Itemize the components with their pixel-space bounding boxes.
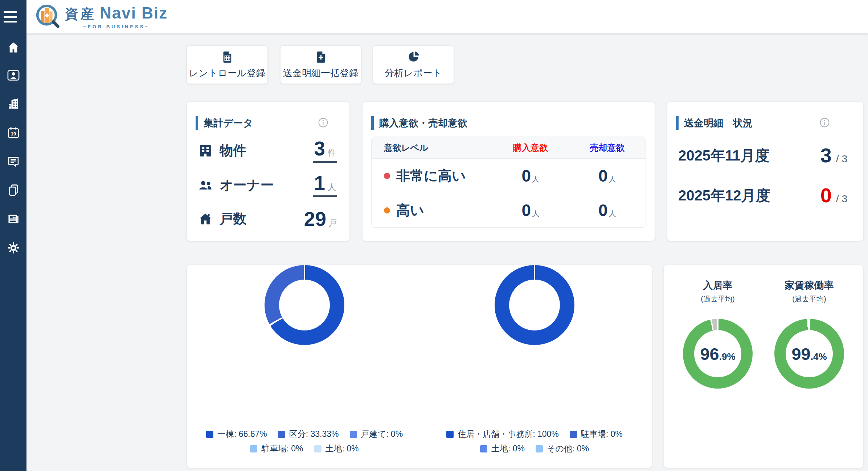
analysis-report-button[interactable]: 分析レポート: [373, 45, 454, 84]
remittance-month-label: 2025年12月度: [678, 186, 770, 206]
rent-operation-rate-gauge: 99 .4%: [774, 319, 844, 389]
home-icon: [7, 41, 20, 54]
intent-table-header: 意欲レベル 購入意欲 売却意欲: [372, 137, 646, 159]
remittance-row-december: 2025年12月度 0 / 3: [678, 179, 847, 212]
property-type-legend: 一棟: 66.67% 区分: 33.33% 戸建て: 0% 駐車場: 0% 土地…: [188, 429, 421, 454]
summary-row-properties: 物件 3 件: [198, 136, 337, 165]
legend-swatch: [278, 431, 285, 438]
legend-item: 一棟: 66.67%: [206, 429, 267, 440]
legend-label: 土地: 0%: [326, 443, 359, 454]
rent-operation-rate-value: 99 .4%: [791, 345, 827, 362]
brand-kanji: 資産: [65, 5, 96, 23]
sell-count-very-high: 0: [598, 167, 608, 184]
remittance-card-title: 送金明細 状況: [684, 117, 753, 130]
legend-swatch: [206, 431, 213, 438]
col-intent-level: 意欲レベル: [372, 142, 492, 154]
property-type-donut-chart: [265, 265, 344, 345]
summary-card-title: 集計データ: [204, 117, 253, 130]
summary-value-units-wrap: 29 戸: [304, 209, 337, 229]
sidebar-item-documents[interactable]: [7, 183, 20, 197]
summary-unit-properties: 件: [328, 147, 336, 158]
sidebar-item-properties[interactable]: [7, 97, 20, 110]
legend-label: 一棟: 66.67%: [217, 429, 267, 440]
summary-value-owners-link[interactable]: 1 人: [313, 173, 337, 197]
legend-swatch: [570, 431, 577, 438]
summary-card: 集計データ 物件 3 件 オーナー 1 人 戸数: [187, 101, 350, 241]
summary-info-icon[interactable]: [318, 117, 329, 128]
rent-roll-register-button[interactable]: レントロール登録: [187, 45, 268, 84]
type-charts-card: 物件種別 戸数種別 一棟: 66.67% 区分: 33.33% 戸建て: 0% …: [187, 265, 652, 468]
remittance-status-card: 送金明細 状況 2025年11月度 3 / 3 2025年12月度 0 / 3: [667, 101, 864, 241]
intent-card: 購入意欲・売却意欲 意欲レベル 購入意欲 売却意欲 非常に高い 0 人 0 人: [362, 101, 655, 241]
summary-unit-units: 戸: [329, 218, 337, 229]
legend-item: 戸建て: 0%: [350, 429, 403, 440]
sidebar-item-owners[interactable]: [7, 69, 20, 82]
summary-row-units: 戸数 29 戸: [198, 204, 337, 234]
remittance-total-november: / 3: [836, 153, 847, 165]
summary-label-units: 戸数: [220, 210, 246, 228]
summary-card-header: 集計データ: [196, 116, 253, 130]
remittance-info-icon[interactable]: [819, 117, 830, 128]
occupancy-rate-title: 入居率: [674, 279, 762, 292]
remittance-total-december: / 3: [836, 193, 847, 205]
rent-operation-rate-title: 家賃稼働率: [765, 279, 853, 292]
remittance-count-november: 3: [820, 145, 832, 166]
intent-card-title: 購入意欲・売却意欲: [379, 117, 467, 130]
legend-label: 住居・店舗・事務所: 100%: [458, 429, 559, 440]
sell-count-high: 0: [598, 202, 608, 219]
summary-unit-owners: 人: [328, 182, 336, 193]
sidebar-item-news[interactable]: [7, 212, 20, 226]
legend-swatch: [350, 431, 357, 438]
col-buy-intent: 購入意欲: [492, 142, 569, 154]
donut-hole: [279, 280, 330, 330]
red-level-dot: [384, 173, 390, 179]
sidebar-item-home[interactable]: [7, 41, 20, 54]
hamburger-menu-icon[interactable]: [4, 11, 17, 25]
legend-label: 区分: 33.33%: [289, 429, 339, 440]
legend-label: 駐車場: 0%: [261, 443, 303, 454]
rent-operation-rate-subtitle: (過去平均): [765, 294, 853, 304]
sidebar-item-messages[interactable]: [7, 155, 20, 168]
brand-name: Navi Biz: [100, 4, 168, 22]
legend-swatch: [314, 445, 322, 452]
legend-label: 駐車場: 0%: [581, 429, 623, 440]
legend-swatch: [536, 445, 543, 452]
pie-chart-icon: [407, 50, 420, 64]
legend-item: 駐車場: 0%: [250, 443, 303, 454]
rent-value-frac: .4%: [811, 351, 827, 362]
legend-item: その他: 0%: [536, 443, 589, 454]
sidebar-item-calendar[interactable]: 19: [7, 126, 20, 139]
intent-row-very-high: 非常に高い 0 人 0 人: [372, 159, 646, 193]
house-icon: [198, 211, 213, 227]
legend-item: 住居・店舗・事務所: 100%: [446, 429, 559, 440]
legend-label: 戸建て: 0%: [361, 429, 403, 440]
top-header: 資産 Navi Biz −FOR BUSINESS−: [26, 0, 868, 33]
legend-swatch: [446, 431, 454, 438]
remittance-row-november: 2025年11月度 3 / 3: [678, 139, 847, 172]
intent-level-label: 非常に高い: [396, 167, 466, 185]
buy-count-very-high: 0: [522, 167, 531, 184]
orange-level-dot: [384, 207, 390, 214]
donut-hole: [509, 280, 560, 330]
file-spreadsheet-icon: [221, 50, 234, 64]
summary-value-properties-link[interactable]: 3 件: [313, 139, 337, 163]
rent-roll-register-label: レントロール登録: [189, 67, 265, 80]
unit-type-donut-chart: [495, 265, 574, 345]
remittance-month-label: 2025年11月度: [678, 146, 769, 166]
occupancy-value-main: 96: [700, 345, 719, 362]
people-icon: [198, 178, 213, 193]
intent-row-high: 高い 0 人 0 人: [372, 193, 646, 227]
sidebar-item-settings[interactable]: [7, 241, 20, 255]
calendar-day: 19: [11, 131, 16, 137]
legend-item: 駐車場: 0%: [570, 429, 623, 440]
building-icon: [198, 143, 213, 158]
accent-bar: [371, 116, 374, 130]
calendar-icon: 19: [7, 126, 20, 139]
analysis-report-label: 分析レポート: [385, 67, 442, 80]
brand-logo[interactable]: 資産 Navi Biz −FOR BUSINESS−: [34, 3, 168, 31]
remittance-bulk-register-button[interactable]: 送金明細一括登録: [280, 45, 361, 84]
buy-count-high: 0: [522, 202, 531, 219]
chat-icon: [7, 155, 20, 168]
buy-unit: 人: [532, 209, 539, 219]
sell-unit: 人: [609, 209, 616, 219]
